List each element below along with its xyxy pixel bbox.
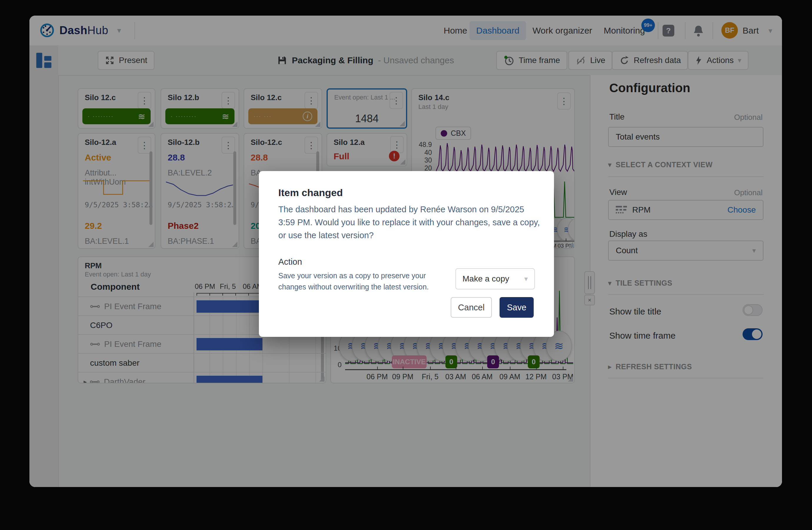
action-select-value: Make a copy [463,274,509,283]
cancel-button[interactable]: Cancel [451,297,492,318]
modal-title: Item changed [278,187,343,198]
chevron-down-icon: ▾ [524,275,528,283]
action-select[interactable]: Make a copy ▾ [455,268,535,290]
action-description: Save your version as a copy to preserve … [278,270,452,292]
save-button[interactable]: Save [499,297,534,318]
item-changed-modal: Item changed The dashboard has been upda… [259,171,554,337]
screenshot-frame: DashHub ▾ Home Dashboard Work organizer … [0,0,812,530]
action-label: Action [278,257,302,267]
modal-body-text: The dashboard has been updated by Renée … [278,203,540,242]
app-window: DashHub ▾ Home Dashboard Work organizer … [29,16,782,487]
